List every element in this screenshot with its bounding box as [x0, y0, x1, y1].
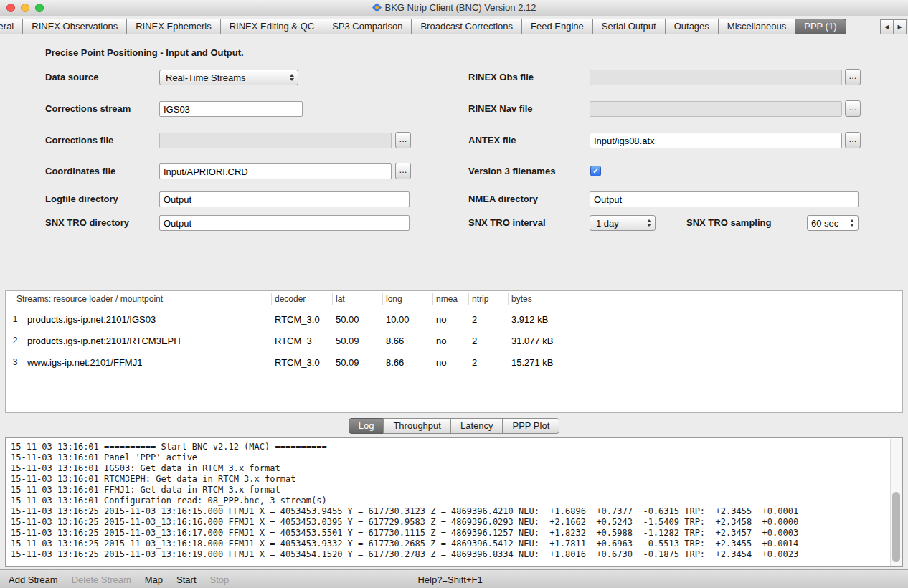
- rinex-obs-file-label: RINEX Obs file: [468, 70, 534, 85]
- rinex-obs-browse-button[interactable]: ...: [845, 69, 861, 85]
- snx-tro-sampling-stepper[interactable]: 60 sec: [807, 215, 859, 231]
- cell-decoder: RTCM_3: [272, 336, 333, 346]
- stepper-arrows-icon[interactable]: [850, 219, 854, 227]
- cell-nmea: no: [433, 314, 469, 325]
- snx-tro-directory-input[interactable]: [159, 215, 410, 231]
- nmea-directory-label: NMEA directory: [468, 191, 538, 207]
- streams-rows: 1products.igs-ip.net:2101/IGS03RTCM_3.05…: [6, 308, 902, 373]
- stream-row[interactable]: 1products.igs-ip.net:2101/IGS03RTCM_3.05…: [6, 308, 902, 330]
- cell-decoder: RTCM_3.0: [272, 357, 333, 368]
- snx-tro-directory-label: SNX TRO directory: [45, 215, 129, 231]
- log-tab-bar: LogThroughputLatencyPPP Plot: [0, 418, 908, 434]
- bottom-toolbar: Add Stream Delete Stream Map Start Stop …: [0, 569, 908, 588]
- log-scrollbar-thumb[interactable]: [892, 492, 900, 561]
- tab-rinex-observations[interactable]: RINEX Observations: [22, 19, 127, 34]
- tab-ppp-1[interactable]: PPP (1): [795, 19, 846, 34]
- cell-lat: 50.09: [333, 357, 383, 368]
- col-header-lat: lat: [333, 293, 383, 305]
- corrections-stream-label: Corrections stream: [45, 101, 131, 117]
- cell-num: 1: [6, 314, 24, 324]
- corrections-stream-input[interactable]: [159, 101, 303, 117]
- tab-feed-engine[interactable]: Feed Engine: [521, 19, 593, 34]
- log-line: 15-11-03 13:16:25 2015-11-03_13:16:18.00…: [11, 539, 888, 549]
- rinex-obs-file-input: [590, 70, 842, 85]
- cell-num: 2: [6, 336, 24, 346]
- tab-scroll-left-button[interactable]: ◀: [880, 19, 894, 34]
- cell-bytes: 3.912 kB: [509, 314, 902, 325]
- log-line: 15-11-03 13:16:01 IGS03: Get data in RTC…: [11, 463, 888, 474]
- log-tab-latency[interactable]: Latency: [450, 418, 503, 434]
- delete-stream-button[interactable]: Delete Stream: [72, 574, 131, 585]
- snx-tro-interval-value: 1 day: [596, 218, 619, 229]
- tab-miscellaneous[interactable]: Miscellaneous: [718, 19, 795, 34]
- nmea-directory-input[interactable]: [590, 191, 859, 207]
- tab-serial-output[interactable]: Serial Output: [592, 19, 666, 34]
- stop-button[interactable]: Stop: [210, 574, 230, 585]
- snx-tro-interval-select[interactable]: 1 day: [590, 215, 656, 231]
- tab-scroll-right-button[interactable]: ▶: [893, 19, 907, 34]
- start-button[interactable]: Start: [176, 574, 196, 585]
- log-tab-ppp-plot[interactable]: PPP Plot: [502, 418, 559, 434]
- log-line: 15-11-03 13:16:25 2015-11-03_13:16:16.00…: [11, 517, 888, 528]
- coordinates-file-input[interactable]: [159, 163, 392, 179]
- log-scrollbar[interactable]: [890, 439, 902, 566]
- cell-bytes: 15.271 kB: [509, 357, 902, 368]
- tab-general[interactable]: General: [0, 19, 23, 34]
- snx-tro-interval-label: SNX TRO interval: [468, 215, 546, 231]
- logfile-directory-input[interactable]: [159, 191, 410, 207]
- help-hint: Help?=Shift+F1: [417, 574, 482, 585]
- col-header-mountpoint: Streams: resource loader / mountpoint: [6, 293, 272, 305]
- corrections-file-browse-button[interactable]: ...: [395, 132, 411, 148]
- tab-strip: GeneralRINEX ObservationsRINEX Ephemeris…: [0, 19, 846, 34]
- tab-broadcast-corrections[interactable]: Broadcast Corrections: [411, 19, 522, 34]
- rinex-nav-file-input: [590, 101, 842, 117]
- map-button[interactable]: Map: [145, 574, 163, 585]
- col-header-bytes: bytes: [509, 293, 902, 305]
- log-tab-throughput[interactable]: Throughput: [383, 418, 451, 434]
- cell-mountpoint: products.igs-ip.net:2101/RTCM3EPH: [24, 336, 272, 346]
- cell-mountpoint: products.igs-ip.net:2101/IGS03: [24, 314, 272, 325]
- checkmark-icon: ✓: [592, 166, 599, 175]
- stream-row[interactable]: 3www.igs-ip.net:2101/FFMJ1RTCM_3.050.098…: [6, 351, 902, 373]
- log-line: 15-11-03 13:16:01 ========== Start BNC v…: [11, 442, 888, 452]
- coordinates-file-browse-button[interactable]: ...: [395, 163, 411, 179]
- cell-ntrip: 2: [469, 357, 509, 368]
- log-tab-log[interactable]: Log: [349, 418, 384, 434]
- window-title-text: BKG Ntrip Client (BNC) Version 2.12: [385, 2, 536, 13]
- log-line: 15-11-03 13:16:01 Configuration read: 08…: [11, 495, 888, 506]
- antex-browse-button[interactable]: ...: [845, 132, 861, 148]
- tab-sp3-comparison[interactable]: SP3 Comparison: [323, 19, 412, 34]
- cell-lat: 50.09: [333, 336, 383, 346]
- cell-nmea: no: [433, 336, 469, 346]
- cell-long: 10.00: [383, 314, 433, 325]
- title-bar[interactable]: BKG Ntrip Client (BNC) Version 2.12: [0, 0, 908, 16]
- updown-arrows-icon: [647, 219, 651, 227]
- streams-table: Streams: resource loader / mountpoint de…: [5, 290, 903, 413]
- rinex-nav-file-label: RINEX Nav file: [468, 101, 533, 117]
- log-line: 15-11-03 13:16:25 2015-11-03_13:16:15.00…: [11, 506, 888, 517]
- window-title: BKG Ntrip Client (BNC) Version 2.12: [0, 0, 908, 16]
- cell-lat: 50.00: [333, 314, 383, 325]
- add-stream-button[interactable]: Add Stream: [9, 574, 58, 585]
- col-header-ntrip: ntrip: [469, 293, 509, 305]
- tab-rinex-editing-qc[interactable]: RINEX Editing & QC: [220, 19, 324, 34]
- stream-row[interactable]: 2products.igs-ip.net:2101/RTCM3EPHRTCM_3…: [6, 330, 902, 351]
- rinex-nav-browse-button[interactable]: ...: [845, 100, 861, 117]
- col-header-nmea: nmea: [433, 293, 469, 305]
- tab-rinex-ephemeris[interactable]: RINEX Ephemeris: [126, 19, 220, 34]
- log-line: 15-11-03 13:16:25 2015-11-03_13:16:19.00…: [11, 549, 888, 560]
- bnc-window: BKG Ntrip Client (BNC) Version 2.12 Gene…: [0, 0, 908, 588]
- tab-outages[interactable]: Outages: [665, 19, 719, 34]
- data-source-select[interactable]: Real-Time Streams: [159, 70, 298, 85]
- app-icon: [372, 1, 382, 17]
- version3-filenames-label: Version 3 filenames: [468, 163, 555, 179]
- updown-arrows-icon: [290, 74, 294, 81]
- ppp-heading: Precise Point Positioning - Input and Ou…: [45, 47, 244, 58]
- corrections-file-label: Corrections file: [45, 133, 113, 148]
- version3-checkbox[interactable]: ✓: [590, 166, 601, 176]
- tab-scroll-arrows: ◀ ▶: [881, 19, 907, 34]
- cell-ntrip: 2: [469, 314, 509, 325]
- cell-long: 8.66: [383, 336, 433, 346]
- log-line: 15-11-03 13:16:01 Panel 'PPP' active: [11, 452, 888, 463]
- antex-file-input[interactable]: [590, 133, 842, 148]
